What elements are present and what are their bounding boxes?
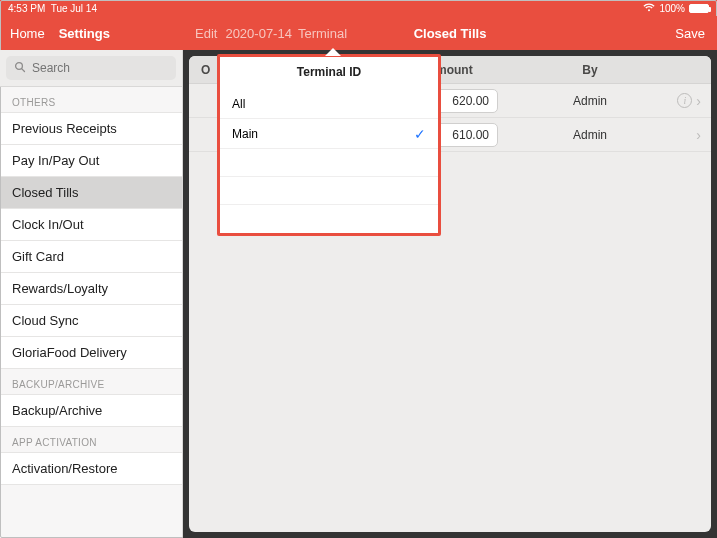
popover-item-label: All [232,97,245,111]
check-icon: ✓ [414,126,426,142]
battery-icon [689,4,709,13]
battery-percent: 100% [659,3,685,14]
status-date: Tue Jul 14 [51,3,97,14]
sidebar-item[interactable]: Activation/Restore [0,452,182,485]
sidebar-item[interactable]: Pay In/Pay Out [0,145,182,177]
sidebar: OTHERS Previous ReceiptsPay In/Pay OutCl… [0,50,183,538]
main-header: Edit 2020-07-14 Terminal Closed Tills Sa… [183,16,717,50]
sidebar-header: Home Settings [0,16,183,50]
section-activation: APP ACTIVATION [0,427,182,452]
status-bar: 4:53 PM Tue Jul 14 100% [0,0,717,16]
by-cell: Admin [515,94,665,108]
settings-title: Settings [59,26,110,41]
svg-line-1 [22,69,25,72]
wifi-icon [643,3,655,14]
sidebar-item[interactable]: Rewards/Loyalty [0,273,182,305]
save-button[interactable]: Save [675,26,705,41]
sidebar-item[interactable]: Closed Tills [0,177,182,209]
sidebar-item[interactable]: Backup/Archive [0,394,182,427]
popover-arrow [325,48,341,56]
status-time: 4:53 PM [8,3,45,14]
search-icon [14,61,26,76]
section-backup: BACKUP/ARCHIVE [0,369,182,394]
section-others: OTHERS [0,87,182,112]
col-by: By [515,63,665,77]
sidebar-item[interactable]: Cloud Sync [0,305,182,337]
page-title: Closed Tills [414,26,487,41]
sidebar-item[interactable]: Previous Receipts [0,112,182,145]
date-filter[interactable]: 2020-07-14 [225,26,292,41]
sidebar-item[interactable]: Gift Card [0,241,182,273]
chevron-right-icon: › [696,127,701,143]
search-input[interactable] [6,56,176,80]
home-button[interactable]: Home [10,26,45,41]
info-icon[interactable]: i [677,93,692,108]
popover-item[interactable]: Main✓ [220,119,438,149]
sidebar-item[interactable]: Clock In/Out [0,209,182,241]
by-cell: Admin [515,128,665,142]
edit-button[interactable]: Edit [195,26,217,41]
sidebar-item[interactable]: GloriaFood Delivery [0,337,182,369]
chevron-right-icon: › [696,93,701,109]
popover-item[interactable]: All [220,89,438,119]
popover-item-label: Main [232,127,258,141]
terminal-filter[interactable]: Terminal [298,26,347,41]
terminal-popover: Terminal ID AllMain✓ [217,54,441,236]
popover-title: Terminal ID [220,57,438,89]
